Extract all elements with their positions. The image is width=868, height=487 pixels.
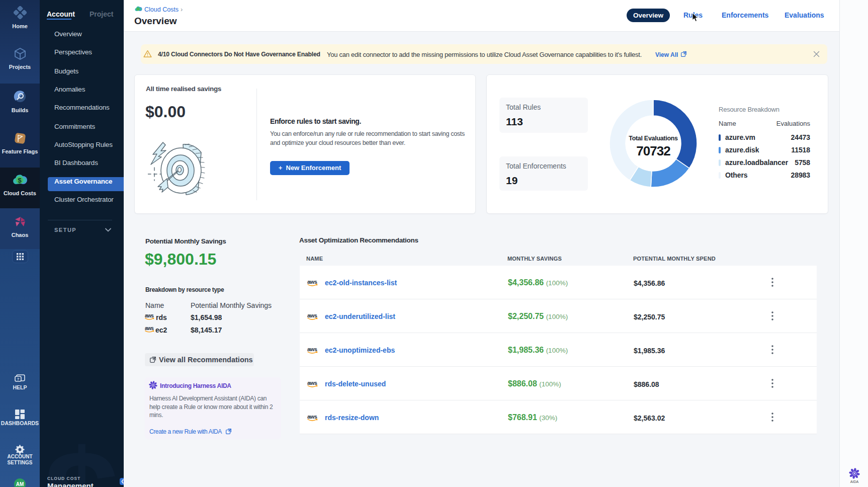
svg-text:aws: aws	[145, 326, 154, 331]
svg-text:aws: aws	[307, 312, 317, 318]
svg-text:aws: aws	[145, 313, 154, 318]
svg-text:aws: aws	[307, 279, 317, 285]
svg-text:aws: aws	[307, 414, 317, 420]
svg-text:?: ?	[17, 377, 20, 381]
svg-text:aws: aws	[307, 346, 317, 352]
svg-text:$: $	[18, 177, 22, 184]
svg-text:aws: aws	[307, 380, 317, 386]
